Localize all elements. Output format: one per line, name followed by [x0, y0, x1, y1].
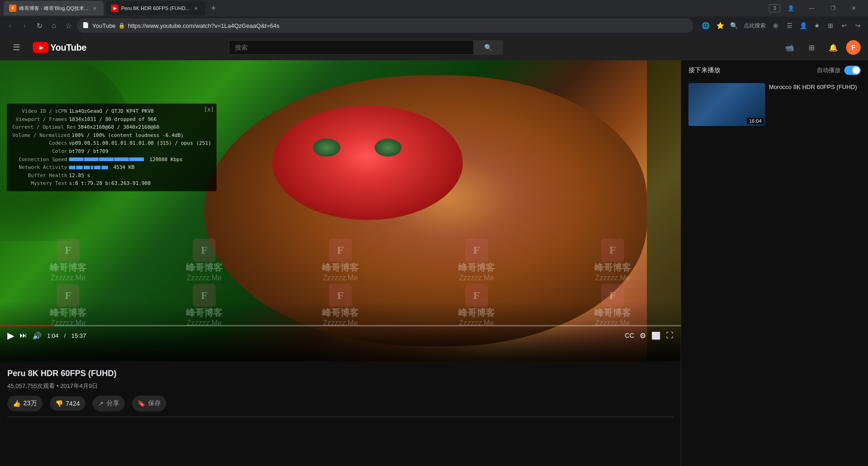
- thumbs-up-icon: 👍: [13, 400, 21, 407]
- thumbs-down-icon: 👎: [55, 400, 63, 407]
- cn-search-label[interactable]: 点此搜索: [741, 22, 768, 30]
- back-button[interactable]: ‹: [4, 19, 16, 32]
- debug-row-mystery: Mystery Text s:8 t:79.28 b:63.263-91.908: [12, 179, 211, 188]
- toggle-knob: [852, 67, 860, 74]
- autoplay-toggle-switch[interactable]: [844, 66, 861, 75]
- undo-icon[interactable]: ↩: [838, 19, 851, 32]
- fullscreen-button[interactable]: ⛶: [666, 331, 673, 340]
- tab-number-badge: 3: [769, 4, 780, 12]
- debug-value-buffer: 12.85 s: [69, 172, 90, 180]
- debug-close-button[interactable]: [x]: [204, 105, 214, 114]
- tab-1-close[interactable]: ✕: [91, 5, 98, 12]
- forward-button[interactable]: ›: [18, 19, 31, 32]
- share-icon: ↗: [98, 400, 104, 407]
- favorites-icon[interactable]: ★: [810, 19, 823, 32]
- time-current: 1:04: [47, 332, 58, 339]
- sugg-info-1: Morocco 8K HDR 60FPS (FUHD): [769, 83, 861, 126]
- volume-button[interactable]: 🔊: [32, 331, 42, 340]
- video-date: 2017年4月9日: [60, 382, 98, 389]
- browser-profile-icon[interactable]: 👤: [780, 0, 801, 16]
- redo-icon[interactable]: ↪: [852, 19, 864, 32]
- new-tab-button[interactable]: +: [207, 2, 220, 15]
- yt-search-box[interactable]: [229, 40, 474, 55]
- apps-grid-icon[interactable]: ⊞: [824, 19, 837, 32]
- video-date-separator: •: [57, 382, 59, 389]
- yt-search-input[interactable]: [229, 44, 473, 51]
- share-label: 分享: [106, 399, 119, 408]
- settings-button[interactable]: ⚙: [640, 331, 646, 340]
- share-button[interactable]: ↗ 分享: [93, 396, 125, 411]
- address-bar[interactable]: 📄 YouTube 🔒 https://www.youtube.com/watc…: [77, 18, 693, 33]
- video-views: 45,057,755次观看: [7, 382, 55, 389]
- skip-next-button[interactable]: ⏭: [20, 331, 27, 340]
- debug-label-network: Network Activity: [12, 163, 67, 172]
- bookmark-star-icon[interactable]: ⭐: [714, 19, 726, 32]
- maximize-button[interactable]: ❐: [822, 0, 843, 16]
- collections-icon[interactable]: ☰: [783, 19, 796, 32]
- youtube-app: ☰ YouTube 🔍 📹 ⊞ 🔔 F: [0, 35, 868, 466]
- tab-bar: F 峰哥博客 - 峰哥'Blog,QQ技术... ✕ ▶ Peru 8K HDR…: [0, 0, 868, 16]
- yt-search-container: 🔍: [229, 40, 503, 55]
- debug-value-color: bt709 / bt709: [69, 147, 108, 156]
- like-button[interactable]: 👍 23万: [7, 396, 42, 411]
- debug-stats-panel: [x] Video ID / sCPN 1La4QzGeaaQ / QTJD K…: [7, 104, 217, 191]
- translate-icon[interactable]: 🌐: [699, 19, 712, 32]
- tab-1-favicon: F: [9, 5, 16, 12]
- close-button[interactable]: ✕: [843, 0, 864, 16]
- next-up-label: 接下来播放: [688, 66, 720, 74]
- debug-row-connspeed: Connection Speed 120088 Kbps: [12, 156, 211, 164]
- debug-row-codecs: Codecs vp09.00.51.08.01.01.01.01.00 (315…: [12, 139, 211, 147]
- yt-avatar[interactable]: F: [846, 40, 861, 55]
- save-button[interactable]: 🔖 保存: [132, 396, 166, 411]
- yt-logo-text: YouTube: [50, 42, 86, 53]
- debug-label-connspeed: Connection Speed: [12, 156, 67, 164]
- debug-value-videoid: 1La4QzGeaaQ / QTJD KP4T PKV8: [69, 107, 153, 115]
- home-button[interactable]: ⌂: [48, 19, 60, 32]
- sidebar-header: 接下来播放 自动播放: [685, 66, 864, 79]
- yt-camera-button[interactable]: 📹: [780, 38, 799, 57]
- save-label: 保存: [148, 399, 161, 408]
- yt-main: [x] Video ID / sCPN 1La4QzGeaaQ / QTJD K…: [0, 60, 868, 466]
- tab-2-close[interactable]: ✕: [192, 5, 200, 12]
- debug-label-videoid: Video ID / sCPN: [12, 107, 67, 115]
- debug-value-network-bar: [69, 163, 108, 172]
- yt-notifications-button[interactable]: 🔔: [824, 38, 842, 57]
- reader-mode-icon[interactable]: ⊕: [769, 19, 782, 32]
- progress-bar[interactable]: [0, 325, 681, 326]
- profile-btn[interactable]: 👤: [797, 19, 810, 32]
- debug-row-network: Network Activity 4534 KB: [12, 163, 211, 172]
- debug-value-resolution: 3840x2160@60 / 3840x2160@60: [78, 123, 159, 131]
- subtitle-button[interactable]: CC: [625, 332, 634, 339]
- bookmark-button[interactable]: ☆: [62, 19, 75, 32]
- address-text: https://www.youtube.com/watch?v=1La4QzGe…: [128, 22, 688, 29]
- yt-apps-button[interactable]: ⊞: [802, 38, 820, 57]
- search-icon[interactable]: 🔍: [727, 19, 740, 32]
- debug-row-resolution: Current / Optimal Res 3840x2160@60 / 384…: [12, 123, 211, 131]
- yt-logo-icon: [33, 42, 48, 53]
- reload-button[interactable]: ↻: [33, 19, 46, 32]
- autoplay-toggle-container: 自动播放: [817, 66, 861, 75]
- tab-2[interactable]: ▶ Peru 8K HDR 60FPS (FUHD... ✕: [106, 1, 205, 16]
- yt-search-button[interactable]: 🔍: [474, 40, 503, 55]
- tab-1[interactable]: F 峰哥博客 - 峰哥'Blog,QQ技术... ✕: [4, 1, 104, 16]
- theater-button[interactable]: ⬜: [651, 331, 661, 340]
- dislike-count: 7424: [66, 400, 80, 407]
- autoplay-label: 自动播放: [817, 66, 841, 74]
- site-icon: 📄: [82, 22, 90, 29]
- debug-row-volume: Volume / Normalized 100% / 100% (content…: [12, 131, 211, 140]
- yt-menu-button[interactable]: ☰: [7, 38, 26, 57]
- controls-row: ▶ ⏭ 🔊 1:04 / 15:37 CC ⚙ ⬜ ⛶: [0, 326, 681, 345]
- time-total: 15:37: [71, 332, 86, 339]
- video-actions: 👍 23万 👎 7424 ↗ 分享 🔖 保存: [7, 396, 673, 417]
- play-pause-button[interactable]: ▶: [7, 330, 14, 341]
- debug-value-codecs: vp09.00.51.08.01.01.01.01.00 (315) / opu…: [69, 139, 211, 147]
- yt-header-actions: 📹 ⊞ 🔔 F: [780, 38, 861, 57]
- debug-row-color: Color bt709 / bt709: [12, 147, 211, 156]
- sidebar: 接下来播放 自动播放 16:04 Morocco 8K HDR 60FPS (F…: [681, 60, 868, 466]
- like-count: 23万: [23, 399, 37, 408]
- yt-logo[interactable]: YouTube: [33, 42, 86, 53]
- suggested-video-1[interactable]: 16:04 Morocco 8K HDR 60FPS (FUHD): [685, 80, 864, 129]
- dislike-button[interactable]: 👎 7424: [50, 396, 85, 411]
- minimize-button[interactable]: —: [801, 0, 822, 16]
- video-controls: ▶ ⏭ 🔊 1:04 / 15:37 CC ⚙ ⬜ ⛶: [0, 325, 681, 361]
